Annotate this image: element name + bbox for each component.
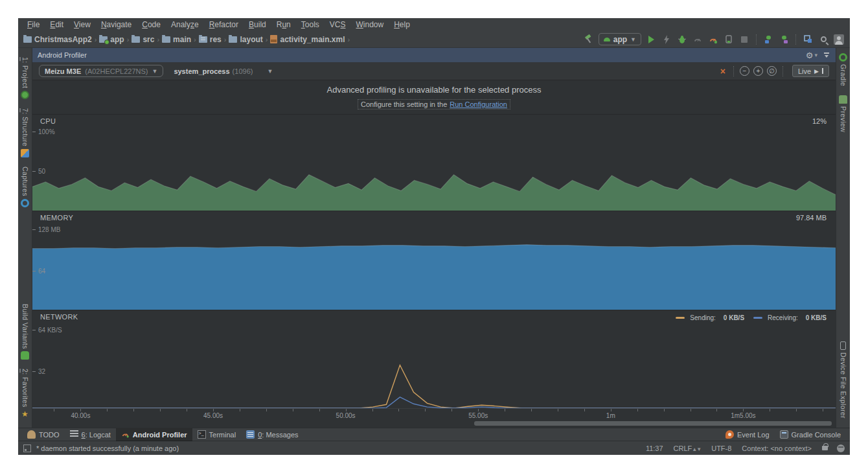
scrollbar-thumb[interactable]	[474, 421, 832, 426]
menu-vcs[interactable]: VCS	[325, 18, 351, 31]
context-widget[interactable]: Context: <no context>	[742, 444, 812, 452]
menu-analyze[interactable]: Analyze	[166, 18, 204, 31]
tool-button-label: 2: Favorites	[21, 369, 29, 408]
zoom-out-button[interactable]: −	[740, 66, 749, 76]
menu-tools[interactable]: Tools	[296, 18, 325, 31]
zoom-in-button[interactable]: +	[753, 66, 763, 76]
module-folder-icon	[99, 36, 108, 43]
layout-inspector-icon[interactable]	[802, 34, 814, 45]
tool-window-tab-android-profiler[interactable]: Android Profiler	[116, 428, 192, 441]
tool-button-preview[interactable]: Preview	[839, 95, 847, 132]
preview-icon	[839, 95, 847, 104]
sending-label: Sending:	[690, 314, 715, 321]
debug-icon[interactable]	[676, 34, 688, 45]
profile-icon[interactable]	[707, 34, 719, 45]
menu-bar: FileEditViewNavigateCodeAnalyzeRefactorB…	[18, 18, 850, 31]
cpu-tick-50: 50	[38, 168, 45, 175]
menu-window[interactable]: Window	[350, 18, 389, 31]
tool-button-build-variants[interactable]: Build Variants	[21, 304, 29, 360]
breadcrumb-christmasapp2[interactable]: ChristmasApp2	[23, 35, 92, 44]
make-project-icon[interactable]	[583, 34, 595, 45]
clock: 11:37	[646, 444, 663, 452]
breadcrumb-app[interactable]: app	[99, 35, 124, 44]
menu-file[interactable]: File	[22, 18, 45, 31]
profiler-gauge-icon	[121, 430, 130, 439]
sending-swatch	[676, 317, 685, 319]
tool-button-captures[interactable]: Captures	[21, 167, 29, 207]
axis-tick	[107, 409, 108, 411]
axis-tick	[558, 409, 558, 411]
breadcrumb-main[interactable]: main	[162, 35, 191, 44]
live-button[interactable]: Live ▶	[792, 65, 829, 77]
android-icon	[604, 38, 610, 41]
run-with-coverage-icon[interactable]	[692, 34, 703, 45]
gear-icon[interactable]: ⚙	[806, 51, 814, 60]
build-variants-icon	[21, 351, 29, 360]
tool-button-2-favorites[interactable]: 2: Favorites	[21, 369, 29, 419]
breadcrumb-layout[interactable]: layout	[229, 35, 262, 44]
message-title: Advanced profiling is unavailable for th…	[32, 80, 836, 95]
axis-tick	[54, 409, 54, 411]
cpu-timeline[interactable]: CPU 12% 100% 50	[32, 114, 836, 211]
menu-view[interactable]: View	[69, 18, 96, 31]
tool-window-tab-event-log[interactable]: Event Log	[720, 428, 775, 441]
axis-tick	[160, 409, 161, 411]
left-tool-stripe: 1: Project7: StructureCapturesBuild Vari…	[18, 48, 32, 428]
attach-debugger-to-android-icon[interactable]	[762, 34, 774, 45]
run-icon[interactable]	[645, 34, 657, 45]
axis-tick	[266, 409, 267, 411]
run-configuration-link[interactable]: Run Configuration	[450, 100, 507, 108]
search-icon[interactable]	[817, 34, 829, 45]
breadcrumb-separator: ›	[194, 36, 196, 43]
network-title: NETWORK	[40, 313, 78, 321]
memory-timeline[interactable]: MEMORY 97.84 MB 128 MB 64	[32, 211, 836, 310]
hector-icon[interactable]	[837, 444, 845, 452]
device-select[interactable]: Meizu M3E (A02HECPL227NS) ▼	[39, 65, 163, 77]
hide-panel-icon[interactable]	[823, 51, 830, 59]
avatar[interactable]	[833, 34, 845, 45]
attach-to-process-icon[interactable]	[723, 34, 735, 45]
menu-build[interactable]: Build	[244, 18, 271, 31]
toggle-tool-buttons-icon[interactable]	[23, 444, 31, 452]
line-separator-widget[interactable]: CRLF▲▼	[674, 444, 702, 452]
axis-tick	[187, 409, 187, 411]
receiving-value: 0 KB/S	[806, 314, 827, 321]
android-profiler-session-icon[interactable]	[778, 34, 790, 45]
encoding-widget[interactable]: UTF-8	[711, 444, 731, 452]
axis-tick	[637, 409, 638, 411]
tool-window-tab-todo[interactable]: TODO	[22, 428, 65, 441]
tool-button-7-structure[interactable]: 7: Structure	[21, 108, 29, 157]
terminal-icon	[198, 430, 206, 439]
menu-help[interactable]: Help	[389, 18, 415, 31]
menu-code[interactable]: Code	[137, 18, 166, 31]
tool-window-tab-gradle-console[interactable]: Gradle Console	[775, 428, 846, 441]
tool-button-gradle[interactable]: Gradle	[839, 53, 847, 86]
apply-changes-icon[interactable]	[661, 34, 672, 45]
chevron-down-icon[interactable]: ▾	[814, 52, 817, 58]
network-timeline[interactable]: NETWORK Sending: 0 KB/S Receiving: 0 KB/…	[32, 310, 836, 408]
reset-zoom-button[interactable]: ∅	[767, 66, 777, 76]
tool-button-device-file-explorer[interactable]: Device File Explorer	[839, 341, 847, 419]
process-select[interactable]: system_process (1096) ▼	[174, 67, 273, 75]
breadcrumb-res[interactable]: res	[199, 35, 222, 44]
menu-run[interactable]: Run	[271, 18, 296, 31]
tool-window-tab-0-messages[interactable]: 0: Messages	[241, 428, 303, 441]
axis-tick	[478, 409, 479, 411]
lock-icon[interactable]	[822, 446, 828, 450]
tool-button-1-project[interactable]: 1: Project	[21, 57, 29, 99]
tool-window-tab-6-logcat[interactable]: 6: Logcat	[65, 428, 116, 441]
menu-edit[interactable]: Edit	[45, 18, 69, 31]
axis-tick	[213, 409, 214, 411]
tool-window-tab-terminal[interactable]: Terminal	[192, 428, 242, 441]
end-session-button[interactable]: ×	[716, 66, 729, 76]
project-icon	[21, 91, 29, 99]
menu-refactor[interactable]: Refactor	[204, 18, 244, 31]
stop-icon[interactable]	[738, 34, 750, 45]
run-configuration-select[interactable]: app ▼	[599, 33, 641, 45]
breadcrumb-src[interactable]: src	[131, 35, 154, 44]
axis-tick	[691, 409, 691, 411]
memory-current-value: 97.84 MB	[796, 214, 827, 222]
menu-navigate[interactable]: Navigate	[96, 18, 137, 31]
tool-button-label: Build Variants	[21, 304, 29, 349]
breadcrumb-activity-main-xml[interactable]: activity_main.xml	[270, 35, 345, 44]
